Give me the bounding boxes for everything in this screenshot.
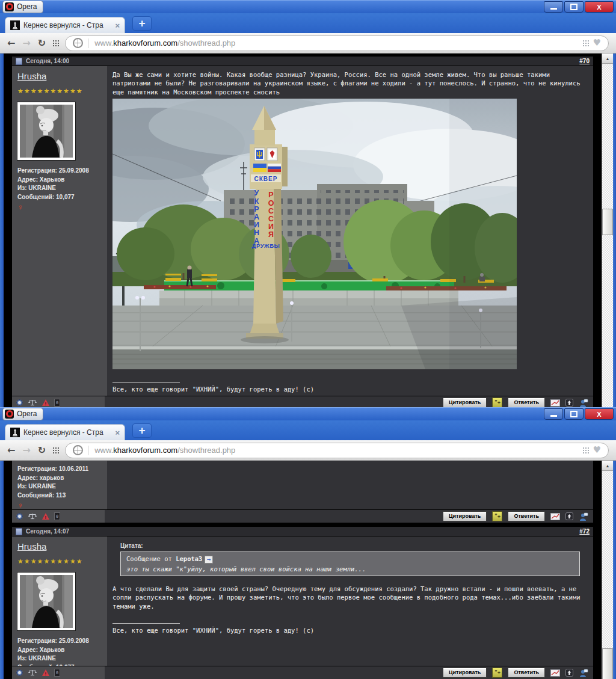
- reputation-scales-icon[interactable]: [28, 512, 37, 520]
- scrollbar-thumb[interactable]: [602, 209, 613, 235]
- scrollbar-up-icon[interactable]: ▲: [602, 461, 613, 471]
- promote-icon[interactable]: [565, 512, 573, 520]
- pm-user-icon[interactable]: [579, 669, 588, 677]
- grid-menu-icon[interactable]: [53, 40, 54, 41]
- signature-divider: [112, 623, 180, 624]
- multiquote-icon[interactable]: "+: [492, 668, 502, 678]
- multiquote-icon[interactable]: "+: [492, 511, 502, 521]
- close-button[interactable]: X: [585, 1, 614, 13]
- post-header-72: Сегодня, 14:07 #72: [12, 527, 593, 536]
- online-status-icon[interactable]: [16, 399, 23, 406]
- reputation-scales-icon[interactable]: [28, 669, 37, 677]
- report-warning-icon[interactable]: !: [42, 669, 49, 676]
- promote-icon[interactable]: [565, 669, 573, 677]
- scrollbar-thumb[interactable]: [602, 648, 613, 679]
- monument-photo: СКВЕР УКРАИНА РОССИЯ ДРУЖБЫ: [112, 99, 517, 369]
- screenshot-frame: Opera X Кернес вернулся - Стра × + ← → ↻: [0, 0, 616, 679]
- user-country: Из: UKRAINE: [17, 482, 102, 491]
- online-status-icon[interactable]: [16, 513, 23, 520]
- titlebar[interactable]: Opera X: [0, 407, 616, 420]
- user-registration: Регистрация: 10.06.2011: [17, 465, 102, 474]
- post-time: Сегодня, 14:00: [26, 58, 69, 64]
- avatar[interactable]: [17, 102, 75, 160]
- minimize-icon: [550, 415, 557, 417]
- scrollbar[interactable]: ▲: [602, 461, 613, 679]
- post-70-footer: ! 0 Цитировать "+ Ответить: [12, 396, 593, 407]
- author-link[interactable]: Hrusha: [17, 541, 46, 551]
- maximize-button[interactable]: [564, 408, 584, 420]
- back-button[interactable]: ←: [7, 444, 15, 456]
- pm-user-icon[interactable]: [579, 399, 588, 407]
- tab-thread[interactable]: Кернес вернулся - Стра ×: [5, 424, 125, 440]
- post-number-link[interactable]: #72: [579, 528, 590, 535]
- reputation-scales-icon[interactable]: [28, 399, 37, 407]
- minimize-button[interactable]: [544, 408, 563, 420]
- grid-menu-icon[interactable]: [53, 447, 54, 449]
- reload-button[interactable]: ↻: [38, 444, 46, 456]
- quoted-text: это ты скажи "к"уйлу, который ввел свои …: [126, 565, 574, 573]
- reply-button[interactable]: Ответить: [508, 668, 545, 678]
- promote-icon[interactable]: [565, 399, 573, 407]
- new-tab-button[interactable]: +: [132, 16, 152, 31]
- new-tab-button[interactable]: +: [132, 423, 152, 438]
- extensions-grid-icon[interactable]: [583, 447, 584, 449]
- post-number-link[interactable]: #70: [579, 58, 590, 64]
- avatar[interactable]: [17, 573, 75, 630]
- tab-close-icon[interactable]: ×: [115, 21, 120, 30]
- quote-button[interactable]: Цитировать: [443, 398, 487, 407]
- post-page-icon: [16, 58, 22, 65]
- quote-button[interactable]: Цитировать: [443, 511, 487, 521]
- opera-menu-label: Opera: [17, 2, 37, 11]
- scrollbar[interactable]: ▲: [602, 54, 613, 407]
- titlebar[interactable]: Opera X: [0, 0, 616, 13]
- address-bar[interactable]: www.kharkovforum.com/showthread.php ♥: [65, 443, 609, 458]
- signature: Все, кто еще говорит "ИХНИЙ", будут горе…: [112, 382, 588, 393]
- ip-icon[interactable]: 0: [54, 669, 60, 677]
- maximize-button[interactable]: [564, 1, 584, 13]
- reload-button[interactable]: ↻: [38, 37, 46, 49]
- forward-button[interactable]: →: [22, 37, 30, 49]
- opera-logo-icon: [5, 410, 14, 419]
- favorite-heart-icon[interactable]: ♥: [593, 37, 601, 48]
- ip-icon[interactable]: 0: [54, 399, 60, 407]
- opera-menu-button[interactable]: Opera: [2, 408, 43, 420]
- reply-button[interactable]: Ответить: [508, 511, 545, 521]
- forward-button[interactable]: →: [22, 444, 30, 456]
- close-button[interactable]: X: [585, 408, 614, 420]
- online-status-icon[interactable]: [16, 669, 23, 676]
- quick-reply-icon[interactable]: [550, 513, 560, 520]
- minimize-button[interactable]: [544, 1, 563, 13]
- view-post-icon[interactable]: →: [205, 556, 213, 564]
- post-time: Сегодня, 14:07: [26, 528, 69, 535]
- monument-text-ukraina: УКРАИНА: [252, 189, 261, 245]
- quote-box: Сообщение от Lepota3→ это ты скажи "к"уй…: [120, 551, 580, 576]
- opera-menu-button[interactable]: Opera: [2, 1, 43, 13]
- extensions-grid-icon[interactable]: [583, 40, 584, 41]
- user-messages: Сообщений: 10,077: [17, 193, 102, 202]
- quoted-author: Lepota3: [176, 555, 202, 562]
- ip-icon[interactable]: 0: [54, 512, 60, 520]
- post-72-footer: ! 0 Цитировать "+ Ответить: [12, 666, 593, 679]
- user-address: Адрес: Харьков: [17, 646, 102, 655]
- quote-button[interactable]: Цитировать: [443, 668, 487, 678]
- url-text[interactable]: www.kharkovforum.com/showthread.php: [94, 446, 577, 455]
- favorite-heart-icon[interactable]: ♥: [593, 444, 601, 455]
- multiquote-icon[interactable]: "+: [492, 398, 502, 407]
- globe-icon: [73, 38, 83, 48]
- tab-close-icon[interactable]: ×: [115, 428, 120, 437]
- tab-thread[interactable]: Кернес вернулся - Стра ×: [5, 17, 125, 33]
- author-link[interactable]: Hrusha: [17, 71, 46, 81]
- reply-button[interactable]: Ответить: [508, 398, 545, 407]
- quick-reply-icon[interactable]: [550, 669, 560, 677]
- url-text[interactable]: www.kharkovforum.com/showthread.php: [94, 38, 577, 48]
- post-text: Да Вы же сами и хотите войны. Какая вооб…: [112, 70, 588, 96]
- post-71-body: [107, 461, 593, 509]
- pm-user-icon[interactable]: [579, 512, 588, 521]
- scrollbar-up-icon[interactable]: ▲: [602, 54, 613, 64]
- quote-source-line: Сообщение от Lepota3→: [126, 555, 574, 564]
- back-button[interactable]: ←: [7, 37, 15, 49]
- report-warning-icon[interactable]: !: [42, 513, 49, 520]
- address-bar[interactable]: www.kharkovforum.com/showthread.php ♥: [65, 35, 609, 51]
- quick-reply-icon[interactable]: [550, 399, 560, 407]
- report-warning-icon[interactable]: !: [42, 399, 49, 406]
